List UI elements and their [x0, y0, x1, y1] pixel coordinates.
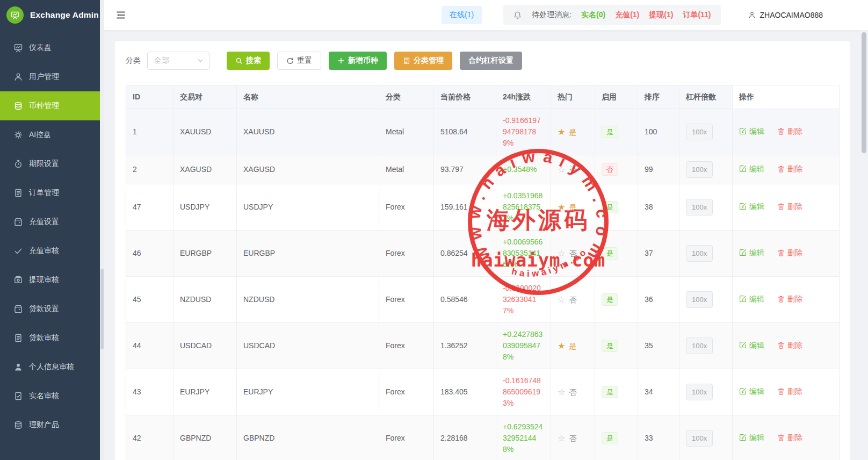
delete-button-label: 删除: [787, 340, 802, 351]
page-scrollbar-thumb[interactable]: [862, 32, 866, 153]
category-manage-button[interactable]: 分类管理: [394, 52, 452, 70]
delete-button[interactable]: 删除: [777, 126, 802, 137]
edit-icon: [739, 203, 747, 210]
column-header: 分类: [379, 85, 434, 109]
sidebar-item-AI控盘[interactable]: AI控盘: [0, 120, 100, 149]
add-coin-button-label: 新增币种: [348, 56, 378, 66]
hot-star-icon[interactable]: ☆: [558, 165, 565, 174]
contract-leverage-button[interactable]: 合约杠杆设置: [460, 52, 522, 70]
cell-price: 0.86254: [434, 231, 496, 277]
hot-star-icon[interactable]: ★: [558, 341, 565, 350]
delete-button[interactable]: 删除: [777, 163, 802, 175]
delete-button[interactable]: 删除: [777, 201, 802, 212]
sidebar-item-币种管理[interactable]: 币种管理: [0, 91, 100, 120]
hot-star-icon[interactable]: ☆: [558, 295, 565, 304]
cell-pair: USDJPY: [173, 184, 237, 231]
cell-id: 42: [126, 415, 173, 460]
edit-button[interactable]: 编辑: [739, 201, 764, 212]
sidebar-item-用户管理[interactable]: 用户管理: [0, 62, 100, 91]
user-menu[interactable]: ZHAOCAIMAO888: [748, 11, 823, 19]
column-header: 交易对: [173, 85, 237, 109]
trash-icon: [777, 295, 785, 303]
sidebar-item-个人信息审核[interactable]: 个人信息审核: [0, 353, 100, 382]
app-title: Exchange Admin: [30, 10, 99, 20]
sidebar-item-充值审核[interactable]: 充值审核: [0, 236, 100, 265]
cell-pair: XAUUSD: [173, 109, 237, 155]
table-row: 43 EURJPY EURJPY Forex 183.405 -0.161674…: [126, 369, 840, 415]
column-header: 名称: [237, 85, 379, 109]
hot-label: 否: [569, 296, 576, 304]
sidebar-scrollbar[interactable]: [100, 0, 104, 460]
add-coin-button[interactable]: 新增币种: [329, 52, 387, 70]
change-value: +0.03519688256183753%: [503, 190, 544, 224]
sidebar-item-label: 币种管理: [29, 101, 59, 111]
change-value: -0.8300020326330417%: [503, 283, 544, 317]
edit-button-label: 编辑: [749, 163, 764, 175]
delete-button[interactable]: 删除: [777, 432, 802, 443]
sidebar-item-提现审核[interactable]: 提现审核: [0, 265, 100, 294]
edit-button[interactable]: 编辑: [739, 340, 764, 351]
edit-icon: [739, 341, 747, 349]
notice-item[interactable]: 订单(11): [683, 10, 711, 20]
hot-star-icon[interactable]: ☆: [558, 249, 565, 258]
contract-leverage-button-label: 合约杠杆设置: [468, 56, 513, 66]
delete-button[interactable]: 删除: [777, 386, 802, 397]
online-badge[interactable]: 在线(1): [442, 6, 482, 24]
column-header: 操作: [733, 85, 840, 109]
hot-star-icon[interactable]: ★: [558, 203, 565, 212]
category-select[interactable]: 全部: [147, 52, 209, 70]
sidebar-item-贷款审核[interactable]: 贷款审核: [0, 324, 100, 353]
delete-button[interactable]: 删除: [777, 293, 802, 305]
cell-price: 1.36252: [434, 323, 496, 369]
leverage-chip: 100x: [686, 161, 713, 178]
edit-icon: [739, 249, 747, 256]
hot-star-icon[interactable]: ★: [558, 127, 565, 136]
collapse-sidebar-icon[interactable]: [115, 10, 126, 20]
cell-price: 93.797: [434, 155, 496, 184]
notice-item[interactable]: 充值(1): [615, 10, 639, 20]
delete-button[interactable]: 删除: [777, 247, 802, 258]
sidebar-item-实名审核[interactable]: 实名审核: [0, 382, 100, 411]
sidebar-item-订单管理[interactable]: 订单管理: [0, 178, 100, 207]
main-area: 在线(1) 待处理消息: 实名(0)充值(1)提现(1)订单(11) ZHAOC…: [104, 0, 868, 460]
sidebar-item-充值设置[interactable]: 充值设置: [0, 207, 100, 236]
clipboard-icon: [403, 57, 410, 64]
search-button[interactable]: 搜索: [227, 52, 270, 70]
trash-icon: [777, 341, 785, 349]
edit-button-label: 编辑: [749, 340, 764, 351]
edit-button[interactable]: 编辑: [739, 386, 764, 397]
column-header: ID: [126, 85, 173, 109]
cell-name: XAUUSD: [237, 109, 379, 155]
sidebar-item-贷款设置[interactable]: 贷款设置: [0, 294, 100, 324]
column-header: 当前价格: [434, 85, 496, 109]
reset-button[interactable]: 重置: [277, 52, 321, 70]
enabled-badge: 是: [602, 126, 618, 138]
cell-price: 2.28168: [434, 415, 496, 460]
column-header: 24h涨跌: [496, 85, 551, 109]
notice-item[interactable]: 实名(0): [581, 10, 605, 20]
document-icon: [13, 333, 23, 343]
edit-button[interactable]: 编辑: [739, 293, 764, 305]
sidebar-item-仪表盘[interactable]: 仪表盘: [0, 33, 100, 62]
edit-button[interactable]: 编辑: [739, 163, 764, 175]
sidebar-item-期限设置[interactable]: 期限设置: [0, 149, 100, 178]
sidebar-scrollbar-thumb[interactable]: [100, 269, 104, 349]
leverage-chip: 100x: [686, 245, 713, 262]
hot-star-icon[interactable]: ☆: [558, 434, 565, 443]
topbar-right: 在线(1) 待处理消息: 实名(0)充值(1)提现(1)订单(11) ZHAOC…: [442, 5, 823, 25]
edit-button[interactable]: 编辑: [739, 432, 764, 443]
sidebar-item-理财产品[interactable]: 理财产品: [0, 411, 100, 440]
delete-button[interactable]: 删除: [777, 340, 802, 351]
change-value: -0.16167488650096193%: [503, 375, 544, 409]
cell-sort: 37: [638, 231, 679, 277]
check-icon: [13, 246, 23, 256]
page-scrollbar[interactable]: [860, 30, 868, 460]
cell-name: GBPNZD: [237, 415, 379, 460]
hot-star-icon[interactable]: ☆: [558, 387, 565, 397]
cell-category: Forex: [379, 323, 434, 369]
cell-id: 2: [126, 155, 173, 184]
notice-item[interactable]: 提现(1): [649, 10, 673, 20]
cell-category: Forex: [379, 184, 434, 231]
edit-button[interactable]: 编辑: [739, 126, 764, 137]
edit-button[interactable]: 编辑: [739, 247, 764, 258]
